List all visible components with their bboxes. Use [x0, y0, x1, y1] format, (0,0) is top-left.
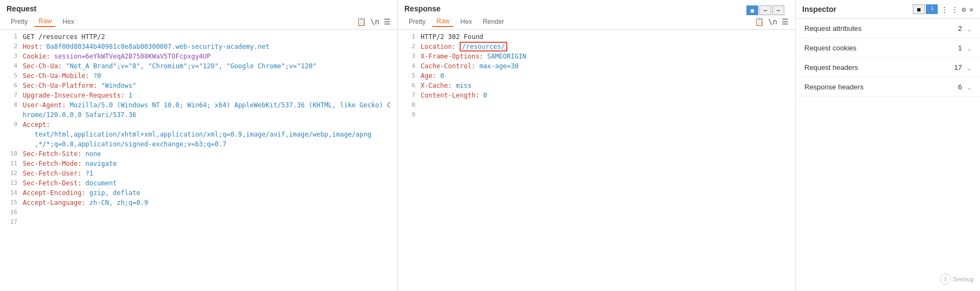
- request-headers-label: Request headers: [804, 63, 954, 72]
- response-panel-header: Response ■ ─ ─ Pretty Raw Hex Render 📋 \…: [398, 0, 795, 30]
- list-view-btn[interactable]: ─: [759, 5, 771, 15]
- response-line-1: 1 HTTP/2 302 Found: [398, 32, 795, 42]
- response-headers-label: Response headers: [804, 83, 958, 91]
- response-line-6: 6 X-Cache: miss: [398, 81, 795, 90]
- inspector-view-buttons: ■ └: [913, 4, 938, 14]
- request-line-4: 4 Sec-Ch-Ua: "Not_A Brand";v="8", "Chrom…: [0, 61, 397, 71]
- response-tab-bar: Pretty Raw Hex Render 📋 \n ☰: [404, 16, 789, 27]
- seebug-watermark: S Seebug: [940, 274, 973, 284]
- request-panel: Request Pretty Raw Hex 📋 \n ☰ 1 GET /res…: [0, 0, 398, 291]
- response-headers-count: 6: [958, 83, 962, 91]
- newline-icon-response[interactable]: \n: [768, 17, 777, 26]
- chevron-down-icon-4: ⌄: [968, 83, 971, 91]
- tab-hex-request[interactable]: Hex: [58, 17, 78, 27]
- inspector-row-response-headers[interactable]: Response headers 6 ⌄: [796, 77, 980, 97]
- close-icon[interactable]: ✕: [969, 5, 973, 14]
- inspector-panel: Inspector ■ └ ⋮ ⋮ ⚙ ✕ Request attributes…: [796, 0, 980, 291]
- response-line-5: 5 Age: 0: [398, 71, 795, 81]
- response-title: Response: [404, 4, 746, 13]
- copy-icon[interactable]: 📋: [357, 17, 366, 26]
- tab-raw-response[interactable]: Raw: [432, 16, 454, 27]
- response-view-buttons: ■ ─ ─: [746, 5, 784, 15]
- request-line-14: 14 Accept-Encoding: gzip, deflate: [0, 188, 397, 198]
- request-cookies-label: Request cookies: [804, 44, 958, 52]
- request-line-13: 13 Sec-Fetch-Dest: document: [0, 178, 397, 188]
- tab-raw-request[interactable]: Raw: [34, 16, 56, 27]
- request-line-8: 8 User-Agent: Mozilla/5.0 (Windows NT 10…: [0, 100, 397, 120]
- tab-render-response[interactable]: Render: [479, 17, 508, 27]
- copy-icon-response[interactable]: 📋: [755, 17, 764, 26]
- align-icon[interactable]: ⋮: [941, 5, 948, 14]
- request-toolbar: 📋 \n ☰: [357, 17, 391, 26]
- request-attributes-count: 2: [958, 24, 962, 33]
- chevron-down-icon: ⌄: [968, 25, 971, 33]
- chevron-down-icon-3: ⌄: [968, 64, 971, 72]
- response-line-8: 8: [398, 100, 795, 110]
- request-line-12: 12 Sec-Fetch-User: ?1: [0, 169, 397, 178]
- request-line-9: 9 Accept: text/html,application/xhtml+xm…: [0, 120, 397, 149]
- list-view-inspector-btn[interactable]: └: [926, 4, 938, 14]
- request-title: Request: [7, 4, 391, 13]
- inspector-title: Inspector: [802, 5, 910, 14]
- response-panel: Response ■ ─ ─ Pretty Raw Hex Render 📋 \…: [398, 0, 796, 291]
- compact-view-btn[interactable]: ─: [772, 5, 784, 15]
- request-line-3: 3 Cookie: session=6eYkWTVeqA2B7508KWaV5T…: [0, 51, 397, 61]
- response-toolbar: 📋 \n ☰: [755, 17, 789, 26]
- response-line-7: 7 Content-Length: 0: [398, 90, 795, 100]
- response-line-4: 4 Cache-Control: max-age=30: [398, 61, 795, 71]
- request-headers-count: 17: [954, 63, 962, 72]
- tab-pretty-request[interactable]: Pretty: [7, 17, 32, 27]
- newline-icon[interactable]: \n: [370, 17, 379, 26]
- settings-icon[interactable]: ⚙: [962, 5, 966, 14]
- grid-view-inspector-btn[interactable]: ■: [913, 4, 925, 14]
- request-tab-bar: Pretty Raw Hex 📋 \n ☰: [7, 16, 391, 27]
- inspector-header: Inspector ■ └ ⋮ ⋮ ⚙ ✕: [796, 0, 980, 19]
- tab-pretty-response[interactable]: Pretty: [404, 17, 430, 27]
- request-cookies-count: 1: [958, 44, 962, 52]
- response-line-3: 3 X-Frame-Options: SAMEORIGIN: [398, 51, 795, 61]
- request-code-area: 1 GET /resources HTTP/2 2 Host: 0a8f00d8…: [0, 30, 397, 291]
- chevron-down-icon-2: ⌄: [968, 44, 971, 52]
- location-highlight: /resources/: [460, 42, 507, 51]
- tab-hex-response[interactable]: Hex: [456, 17, 476, 27]
- response-line-2: 2 Location: /resources/: [398, 42, 795, 51]
- request-panel-header: Request Pretty Raw Hex 📋 \n ☰: [0, 0, 397, 30]
- grid-view-btn[interactable]: ■: [746, 5, 758, 15]
- inspector-row-request-attributes[interactable]: Request attributes 2 ⌄: [796, 19, 980, 38]
- response-code-area: 1 HTTP/2 302 Found 2 Location: /resource…: [398, 30, 795, 291]
- request-line-11: 11 Sec-Fetch-Mode: navigate: [0, 159, 397, 169]
- align2-icon[interactable]: ⋮: [951, 5, 958, 14]
- menu-icon[interactable]: ☰: [384, 17, 391, 26]
- request-line-7: 7 Upgrade-Insecure-Requests: 1: [0, 90, 397, 100]
- menu-icon-response[interactable]: ☰: [782, 17, 789, 26]
- inspector-row-request-cookies[interactable]: Request cookies 1 ⌄: [796, 38, 980, 58]
- request-line-15: 15 Accept-Language: zh-CN, zh;q=0.9: [0, 198, 397, 208]
- seebug-icon: S: [940, 274, 951, 284]
- request-line-5: 5 Sec-Ch-Ua-Mobile: ?0: [0, 71, 397, 81]
- request-line-10: 10 Sec-Fetch-Site: none: [0, 149, 397, 159]
- response-line-9: 9: [398, 110, 795, 120]
- request-line-1: 1 GET /resources HTTP/2: [0, 32, 397, 42]
- request-attributes-label: Request attributes: [804, 24, 958, 33]
- request-line-2: 2 Host: 0a8f00d80344b40981c0e8ab00300007…: [0, 42, 397, 51]
- seebug-label: Seebug: [953, 276, 973, 282]
- request-line-16: 16: [0, 208, 397, 217]
- inspector-toolbar: ⋮ ⋮ ⚙ ✕: [941, 5, 973, 14]
- request-line-17: 17: [0, 217, 397, 227]
- request-line-6: 6 Sec-Ch-Ua-Platform: "Windows": [0, 81, 397, 90]
- inspector-row-request-headers[interactable]: Request headers 17 ⌄: [796, 58, 980, 77]
